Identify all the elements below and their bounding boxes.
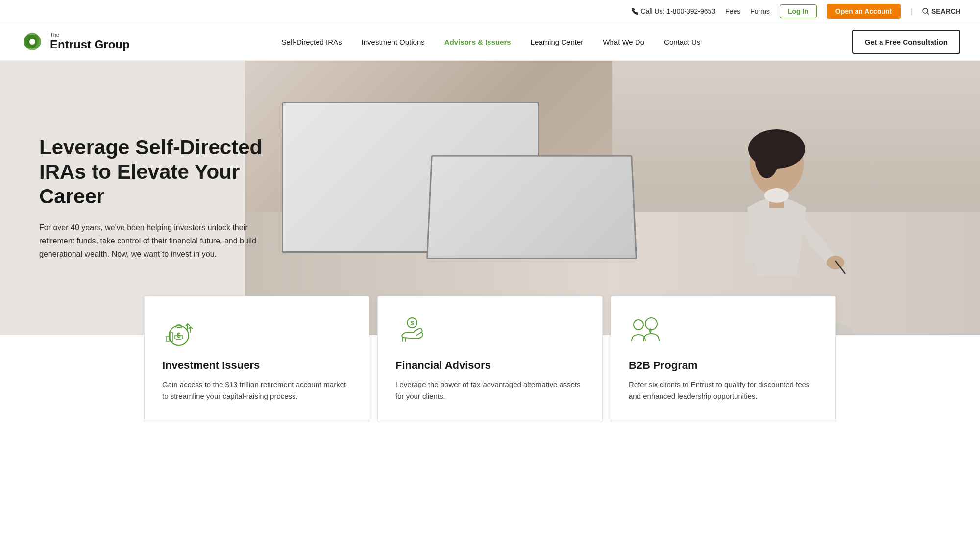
divider: |	[910, 7, 912, 15]
hero-section: Leverage Self-Directed IRAs to Elevate Y…	[0, 61, 980, 335]
svg-point-9	[827, 256, 844, 269]
logo-icon	[20, 29, 45, 54]
main-nav: The Entrust Group Self-Directed IRAs Inv…	[0, 23, 980, 61]
svg-rect-16	[166, 337, 169, 341]
open-account-button[interactable]: Open an Account	[827, 4, 901, 19]
financial-advisors-desc: Leverage the power of tax-advantaged alt…	[395, 379, 585, 402]
phone-text: Call Us: 1-800-392-9653	[641, 7, 716, 15]
phone-icon	[632, 8, 638, 15]
financial-advisors-icon: $	[395, 314, 585, 349]
investment-issuers-title: Investment Issuers	[162, 359, 351, 372]
investment-issuers-desc: Gain access to the $13 trillion retireme…	[162, 379, 351, 402]
b2b-program-desc: Refer six clients to Entrust to qualify …	[629, 379, 818, 402]
nav-what-we-do[interactable]: What We Do	[593, 24, 654, 60]
b2b-program-icon	[629, 314, 818, 349]
b2b-program-title: B2B Program	[629, 359, 818, 372]
svg-text:$: $	[177, 331, 181, 339]
logo-the: The	[50, 32, 130, 38]
nav-self-directed-iras[interactable]: Self-Directed IRAs	[271, 24, 351, 60]
forms-link[interactable]: Forms	[750, 7, 770, 15]
search-icon	[922, 8, 929, 15]
financial-advisors-title: Financial Advisors	[395, 359, 585, 372]
fees-link[interactable]: Fees	[725, 7, 740, 15]
hero-title: Leverage Self-Directed IRAs to Elevate Y…	[39, 135, 265, 209]
cards-section: $ Investment Issuers Gain access to the …	[0, 296, 980, 422]
svg-point-3	[29, 39, 35, 45]
investment-issuers-icon: $	[162, 314, 351, 349]
svg-point-20	[634, 320, 643, 330]
top-bar: Call Us: 1-800-392-9653 Fees Forms Log I…	[0, 0, 980, 23]
hero-subtitle: For over 40 years, we've been helping in…	[39, 221, 265, 261]
hero-content: Leverage Self-Directed IRAs to Elevate Y…	[0, 135, 304, 261]
svg-line-1	[927, 13, 929, 15]
svg-point-0	[923, 8, 928, 13]
nav-advisors-issuers[interactable]: Advisors & Issuers	[435, 24, 521, 60]
svg-point-21	[645, 318, 657, 330]
svg-point-7	[755, 134, 779, 178]
logo-text: The Entrust Group	[50, 32, 130, 51]
nav-learning-center[interactable]: Learning Center	[521, 24, 593, 60]
nav-contact-us[interactable]: Contact Us	[654, 24, 710, 60]
hero-woman-figure	[554, 61, 980, 335]
login-button[interactable]: Log In	[780, 4, 817, 18]
logo[interactable]: The Entrust Group	[20, 23, 130, 60]
nav-investment-options[interactable]: Investment Options	[352, 24, 435, 60]
investment-issuers-card[interactable]: $ Investment Issuers Gain access to the …	[144, 296, 369, 422]
nav-links: Self-Directed IRAs Investment Options Ad…	[271, 24, 710, 60]
financial-advisors-card[interactable]: $ Financial Advisors Leverage the power …	[377, 296, 603, 422]
svg-text:$: $	[411, 320, 414, 327]
svg-point-11	[764, 188, 789, 203]
b2b-program-card[interactable]: B2B Program Refer six clients to Entrust…	[611, 296, 836, 422]
logo-name: Entrust Group	[50, 38, 130, 51]
phone-info: Call Us: 1-800-392-9653	[632, 7, 716, 15]
search-label: SEARCH	[931, 7, 960, 15]
hero-image	[245, 61, 980, 335]
free-consultation-button[interactable]: Get a Free Consultation	[852, 30, 960, 54]
search-area[interactable]: SEARCH	[922, 7, 960, 15]
